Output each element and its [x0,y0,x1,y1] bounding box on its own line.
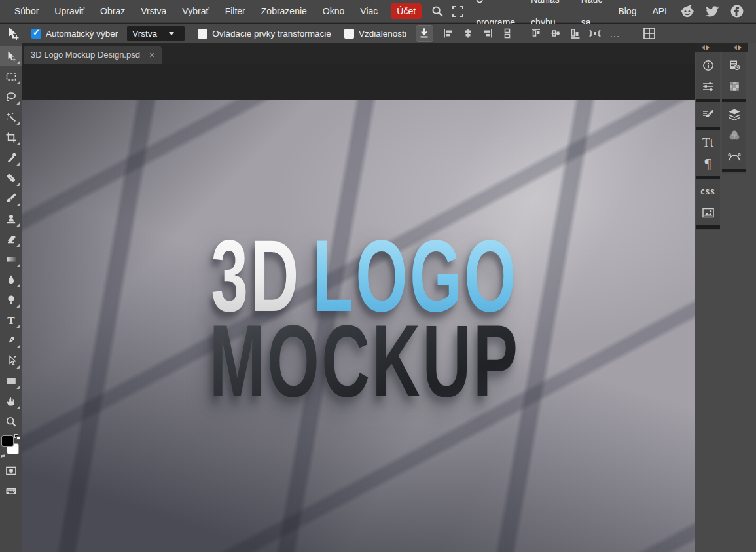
document-work-area: 3D Logo Mockup Design.psd × 3DLOGO MOCKU… [22,43,695,552]
tool-blur[interactable] [0,269,22,289]
menu-api[interactable]: API [644,0,675,23]
auto-select-label: Automatický výber [46,29,118,39]
more-options-button[interactable]: ... [610,28,621,39]
align-middle-icon[interactable] [549,26,563,41]
panel-separator [696,127,720,130]
tool-options-bar: Automatický výber Vrstva Ovládacie prvky… [0,24,756,43]
tool-lasso[interactable] [0,86,22,107]
tool-gradient[interactable] [0,249,22,269]
foreground-background-swatches[interactable]: ⇄ [0,434,22,460]
paragraph-panel-label: ¶ [705,155,711,172]
swap-colors-icon[interactable]: ⇄ [1,453,5,459]
document-tab-title: 3D Logo Mockup Design.psd [31,50,140,60]
menu-layer[interactable]: Vrstva [133,0,174,23]
panel-separator [696,99,720,102]
export-download-button[interactable] [416,25,433,42]
chevron-down-icon [169,32,174,35]
color-panel-icon[interactable] [722,125,746,146]
collapse-right-column-icon[interactable] [734,45,742,50]
right-panel: Tt ¶ CSS [695,43,756,552]
tool-rectangle-select[interactable] [0,66,22,86]
account-button[interactable]: Účet [391,3,422,19]
tool-crop[interactable] [0,127,22,147]
document-tab-bar: 3D Logo Mockup Design.psd × [22,43,695,64]
history-panel-icon[interactable] [722,55,746,76]
transform-controls-label: Ovládacie prvky transformácie [212,29,331,39]
workspace-grid-icon[interactable] [642,26,657,41]
panel-separator [696,225,720,229]
auto-select-checkbox[interactable] [31,29,41,39]
move-tool-icon [4,25,21,42]
tool-magic-wand[interactable] [0,107,22,127]
panel-column-left: Tt ¶ CSS [696,52,720,230]
tool-eyedropper[interactable] [0,147,22,168]
panel-separator [722,169,746,172]
menu-filter[interactable]: Filter [217,0,253,23]
default-swatches-icon[interactable] [14,434,20,440]
facebook-icon[interactable] [729,3,745,19]
panel-separator [696,176,720,179]
tool-pen[interactable] [0,330,22,350]
tool-zoom[interactable] [0,411,22,432]
menu-bar: Súbor Upraviť Obraz Vrstva Vybrať Filter… [0,0,756,23]
svg-text:T: T [7,314,15,326]
layers-panel-icon[interactable] [722,104,746,125]
align-top-icon[interactable] [529,26,543,41]
auto-select-target-dropdown[interactable]: Vrstva [127,26,185,41]
search-icon[interactable] [431,4,444,18]
distribute-vertical-icon[interactable] [500,26,514,41]
panel-collapse-bar [695,43,748,52]
info-panel-icon[interactable] [696,55,720,76]
collapse-left-column-icon[interactable] [702,45,710,50]
adjustments-panel-icon[interactable] [696,76,720,97]
align-bottom-icon[interactable] [568,26,583,41]
tool-brush[interactable] [0,188,22,208]
close-tab-icon[interactable]: × [149,50,154,60]
transform-controls-checkbox[interactable] [198,29,207,39]
document-canvas-image[interactable]: 3DLOGO MOCKUP [22,100,695,552]
image-panel-icon[interactable] [696,202,720,223]
distribute-horizontal-icon[interactable] [588,26,602,41]
align-center-horizontal-icon[interactable] [461,26,475,41]
twitter-icon[interactable] [704,3,720,19]
css-panel-label: CSS [700,188,715,196]
tool-quick-mask[interactable] [0,460,22,481]
tool-hand[interactable] [0,391,22,411]
paragraph-panel-icon[interactable]: ¶ [696,153,720,174]
fullscreen-icon[interactable] [452,4,464,18]
character-panel-icon[interactable]: Tt [696,132,720,153]
panel-separator [722,99,746,102]
tools-sidebar: T ⇄ [0,43,22,552]
menu-file[interactable]: Súbor [7,0,46,23]
brush-settings-panel-icon[interactable] [696,104,720,125]
tool-rectangle-shape[interactable] [0,371,22,391]
tool-move[interactable] [0,46,22,66]
panel-column-right [722,52,746,174]
align-right-icon[interactable] [480,26,495,41]
menu-blog[interactable]: Blog [610,0,644,23]
paths-panel-icon[interactable] [722,146,746,167]
menu-image[interactable]: Obraz [92,0,133,23]
character-panel-label: Tt [702,136,713,150]
keyboard-shortcuts-button[interactable] [0,481,22,501]
tool-spot-heal[interactable] [0,168,22,188]
reddit-icon[interactable] [679,3,695,19]
distances-checkbox[interactable] [344,29,354,39]
tool-type[interactable]: T [0,310,22,330]
foreground-color-swatch[interactable] [1,435,14,447]
menu-select[interactable]: Vybrať [174,0,217,23]
tool-clone-stamp[interactable] [0,208,22,229]
menu-more[interactable]: Viac [352,0,386,23]
document-tab[interactable]: 3D Logo Mockup Design.psd × [24,46,162,64]
menu-edit[interactable]: Upraviť [46,0,92,23]
tool-eraser[interactable] [0,229,22,249]
auto-select-target-value: Vrstva [132,29,157,39]
distances-label: Vzdialenosti [359,29,406,39]
css-panel-icon[interactable]: CSS [696,181,720,202]
tool-dodge[interactable] [0,289,22,310]
tool-path-select[interactable] [0,350,22,371]
menu-view[interactable]: Zobrazenie [253,0,315,23]
menu-window[interactable]: Okno [315,0,352,23]
channels-panel-icon[interactable] [722,76,746,97]
align-left-icon[interactable] [441,26,456,41]
